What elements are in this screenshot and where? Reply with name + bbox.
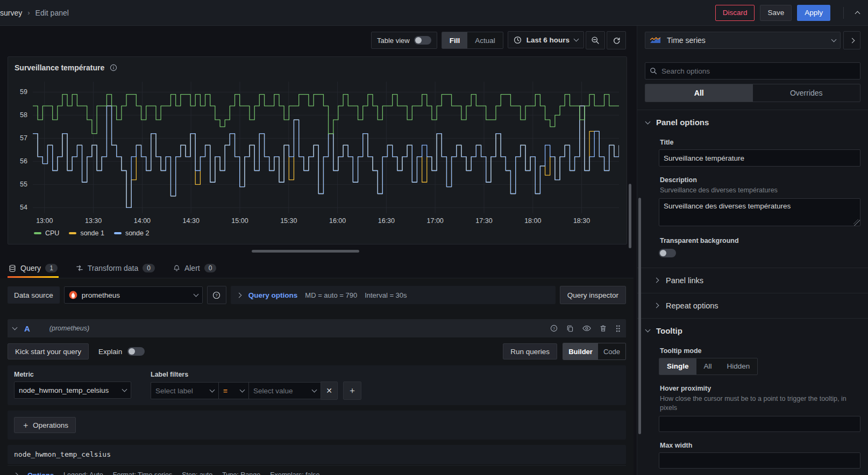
transparent-bg-toggle[interactable] (659, 249, 676, 257)
options-step: Step: auto (182, 471, 212, 475)
chevron-down-icon (193, 292, 198, 297)
chart-area: 545556575859 13:0013:3014:0014:3015:0015… (13, 81, 621, 241)
x-tick-label: 14:30 (183, 217, 200, 225)
query-row-datasource: (prometheus) (49, 325, 89, 332)
select-value-dropdown[interactable]: Select value (248, 382, 321, 399)
datasource-label: Data source (8, 286, 60, 304)
kick-start-button[interactable]: Kick start your query (8, 343, 89, 359)
time-range-picker[interactable]: Last 6 hours (508, 31, 584, 48)
legend-item[interactable]: CPU (34, 229, 59, 237)
tab-all[interactable]: All (645, 84, 753, 102)
tooltip-mode-hidden[interactable]: Hidden (720, 358, 758, 375)
drag-handle-icon[interactable] (615, 325, 621, 333)
add-operations-button[interactable]: ＋ Operations (14, 417, 76, 433)
tab-query-label: Query (20, 264, 41, 272)
collapse-header-icon[interactable] (855, 11, 860, 16)
legend-item[interactable]: sonde 1 (69, 229, 104, 237)
prometheus-icon (69, 291, 77, 299)
outer-scrollbar-thumb[interactable] (629, 184, 631, 248)
section-tooltip[interactable]: Tooltip (645, 319, 860, 342)
save-button[interactable]: Save (760, 5, 792, 21)
tooltip-mode-all[interactable]: All (696, 358, 720, 375)
metric-select[interactable]: node_hwmon_temp_celsius (14, 382, 131, 399)
code-option[interactable]: Code (598, 343, 625, 359)
search-options-box[interactable]: Search options (645, 62, 860, 80)
legend-series-color (114, 232, 122, 234)
tab-query[interactable]: Query 1 (8, 264, 59, 278)
info-circle-icon[interactable] (110, 64, 117, 71)
chevron-down-icon (312, 387, 317, 393)
chart-legend: CPUsonde 1sonde 2 (34, 229, 149, 237)
apply-button[interactable]: Apply (797, 5, 830, 21)
visualization-picker[interactable]: Time series (645, 32, 841, 49)
section-panel-options[interactable]: Panel options (645, 110, 860, 133)
datasource-help-button[interactable]: ? (207, 286, 226, 304)
max-width-label: Max width (660, 442, 860, 449)
breadcrumb-dashboard[interactable]: survey (0, 9, 22, 17)
fill-option[interactable]: Fill (442, 32, 468, 48)
operator-dropdown[interactable]: = (218, 382, 248, 399)
discard-button[interactable]: Discard (715, 5, 755, 21)
sidebar-scrollbar-thumb[interactable] (638, 198, 641, 434)
panel-title-input[interactable] (659, 149, 860, 167)
table-view-control: Table view (371, 32, 437, 49)
query-options-bar[interactable]: Query options MD = auto = 790 Interval =… (231, 286, 556, 304)
datasource-select[interactable]: prometheus (64, 286, 203, 304)
max-width-input[interactable] (659, 452, 860, 469)
select-label-dropdown[interactable]: Select label (151, 382, 218, 399)
chevron-down-icon (645, 119, 651, 124)
collapse-options-pane-button[interactable] (843, 31, 860, 49)
x-tick-label: 18:00 (524, 217, 541, 225)
chart-plot[interactable] (33, 82, 619, 213)
query-expression[interactable]: node_hwmon_temp_celsius (14, 450, 111, 459)
run-queries-button[interactable]: Run queries (503, 343, 557, 359)
query-row-header[interactable]: A (prometheus) ? (8, 319, 626, 337)
hover-proximity-input[interactable] (659, 416, 860, 432)
query-options-label: Query options (248, 291, 298, 299)
transparent-bg-label: Transparent background (660, 237, 860, 244)
legend-item[interactable]: sonde 2 (114, 229, 149, 237)
transform-icon (76, 264, 83, 272)
select-label-placeholder: Select label (155, 387, 193, 395)
query-inspector-button[interactable]: Query inspector (560, 286, 626, 304)
query-options-summary[interactable]: Options Legend: Auto Format: Time series… (8, 465, 626, 475)
explain-label: Explain (98, 348, 122, 356)
actual-option[interactable]: Actual (467, 32, 503, 48)
x-tick-label: 16:30 (378, 217, 395, 225)
zoom-out-button[interactable] (586, 31, 605, 49)
interval-info: Interval = 30s (365, 291, 407, 299)
repeat-options-section[interactable]: Repeat options (651, 293, 860, 318)
remove-filter-button[interactable]: ✕ (321, 382, 338, 400)
fill-actual-switch: Fill Actual (442, 32, 503, 49)
panel-toolbar: Table view Fill Actual Last 6 hours (371, 31, 626, 49)
y-tick-label: 55 (20, 181, 27, 188)
options-label: Options (27, 471, 54, 475)
explain-toggle[interactable] (127, 347, 145, 356)
metric-label: Metric (14, 371, 131, 378)
tab-transform-data[interactable]: Transform data 0 (75, 264, 156, 278)
chevron-right-icon (13, 472, 19, 475)
horizontal-scrollbar-thumb[interactable] (252, 250, 359, 253)
hide-query-icon[interactable] (582, 325, 591, 332)
builder-option[interactable]: Builder (563, 343, 598, 359)
add-filter-button[interactable]: ＋ (343, 382, 361, 400)
query-help-icon[interactable]: ? (550, 325, 558, 332)
tab-overrides[interactable]: Overrides (753, 84, 860, 102)
duplicate-query-icon[interactable] (566, 325, 574, 332)
chevron-down-icon (240, 387, 245, 393)
hover-proximity-hint: How close the cursor must be to a point … (660, 394, 859, 413)
edit-area: Table view Fill Actual Last 6 hours (0, 26, 634, 475)
refresh-button[interactable] (607, 31, 626, 49)
tooltip-mode-single[interactable]: Single (659, 358, 696, 375)
chevron-down-icon (122, 387, 127, 392)
tooltip-mode-label: Tooltip mode (660, 347, 860, 355)
remove-query-icon[interactable] (600, 325, 607, 332)
table-view-toggle[interactable] (414, 36, 431, 45)
panel-links-section[interactable]: Panel links (651, 268, 860, 293)
tab-alert[interactable]: Alert 0 (172, 264, 217, 278)
breadcrumb-current: Edit panel (35, 9, 69, 17)
database-icon (9, 264, 16, 272)
tab-alert-label: Alert (184, 264, 200, 272)
panel-description-input[interactable]: Surveillance des diverses températures (659, 198, 860, 226)
refresh-icon (613, 37, 621, 45)
